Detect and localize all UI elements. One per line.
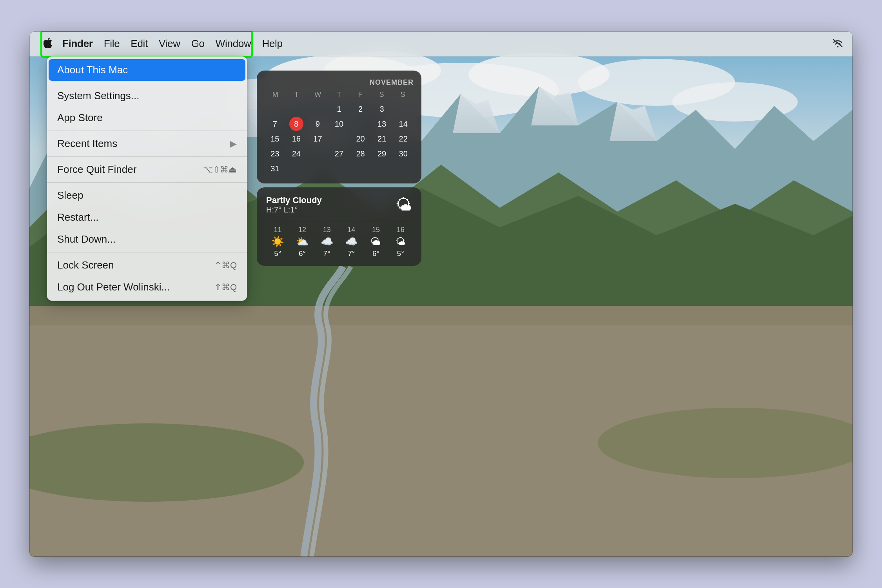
about-this-mac-label: About This Mac	[57, 64, 128, 76]
calendar-header: NOVEMBER	[265, 78, 414, 87]
widget-area: NOVEMBER M T W T F S S 1 2 3 7 8 9	[257, 71, 421, 266]
weather-forecast: 11 ☀️ 5° 12 ⛅ 6° 13 ☁️ 7° 14 ☁️ 7°	[266, 226, 412, 258]
menu-divider-2	[47, 131, 247, 131]
menu-divider-3	[47, 156, 247, 157]
menu-divider-4	[47, 182, 247, 183]
menu-divider-5	[47, 252, 247, 252]
weather-condition: Partly Cloudy	[266, 195, 322, 205]
weather-main: Partly Cloudy H:7° L:1° 🌤	[266, 195, 412, 214]
screen-container: Finder File Edit View Go Window Help Abo…	[29, 31, 853, 557]
system-settings-label: System Settings...	[57, 90, 140, 102]
help-menu[interactable]: Help	[256, 36, 288, 51]
logout-shortcut: ⇧⌘Q	[214, 282, 237, 292]
weather-temperature: H:7° L:1°	[266, 205, 322, 214]
recent-items-label: Recent Items	[57, 138, 117, 150]
restart-label: Restart...	[57, 211, 98, 223]
system-settings-item[interactable]: System Settings...	[49, 85, 245, 107]
lock-screen-shortcut: ⌃⌘Q	[214, 260, 237, 270]
logout-label: Log Out Peter Wolinski...	[57, 281, 170, 293]
sleep-item[interactable]: Sleep	[49, 185, 245, 206]
menubar: Finder File Edit View Go Window Help	[29, 31, 853, 56]
view-menu[interactable]: View	[153, 36, 186, 51]
forecast-day-2: 12 ⛅ 6°	[291, 226, 314, 258]
forecast-divider	[266, 221, 412, 221]
force-quit-label: Force Quit Finder	[57, 163, 136, 176]
force-quit-item[interactable]: Force Quit Finder ⌥⇧⌘⏏	[49, 159, 245, 180]
calendar-weekdays: M T W T F S S	[265, 91, 414, 99]
logout-item[interactable]: Log Out Peter Wolinski... ⇧⌘Q	[49, 276, 245, 298]
forecast-day-6: 16 🌤 5°	[389, 226, 412, 258]
shutdown-item[interactable]: Shut Down...	[49, 229, 245, 250]
menu-divider-1	[47, 83, 247, 83]
recent-items-chevron: ▶	[230, 139, 237, 149]
forecast-day-1: 11 ☀️ 5°	[266, 226, 289, 258]
weather-icon: 🌤	[396, 196, 412, 214]
app-store-label: App Store	[57, 112, 103, 124]
lock-screen-label: Lock Screen	[57, 259, 114, 271]
finder-menu[interactable]: Finder	[57, 36, 98, 51]
go-menu[interactable]: Go	[186, 36, 210, 51]
shutdown-label: Shut Down...	[57, 233, 116, 245]
recent-items-item[interactable]: Recent Items ▶	[49, 133, 245, 154]
edit-menu[interactable]: Edit	[125, 36, 153, 51]
forecast-day-5: 15 🌥 6°	[365, 226, 388, 258]
sleep-label: Sleep	[57, 189, 83, 201]
about-this-mac-item[interactable]: About This Mac	[49, 59, 245, 81]
restart-item[interactable]: Restart...	[49, 207, 245, 228]
menubar-right	[832, 38, 843, 50]
apple-dropdown-menu: About This Mac System Settings... App St…	[47, 56, 247, 301]
window-menu[interactable]: Window	[210, 36, 257, 51]
weather-widget: Partly Cloudy H:7° L:1° 🌤 11 ☀️ 5° 12	[257, 187, 421, 266]
forecast-day-4: 14 ☁️ 7°	[340, 226, 363, 258]
force-quit-shortcut: ⌥⇧⌘⏏	[203, 165, 237, 175]
calendar-widget: NOVEMBER M T W T F S S 1 2 3 7 8 9	[257, 71, 421, 183]
calendar-days: 1 2 3 7 8 9 10 13 14 15 16 17 20 21 22 2…	[265, 102, 414, 176]
apple-menu-button[interactable]	[39, 36, 57, 52]
wifi-icon[interactable]	[832, 38, 843, 50]
app-store-item[interactable]: App Store	[49, 107, 245, 129]
forecast-day-3: 13 ☁️ 7°	[315, 226, 338, 258]
file-menu[interactable]: File	[98, 36, 125, 51]
lock-screen-item[interactable]: Lock Screen ⌃⌘Q	[49, 254, 245, 276]
